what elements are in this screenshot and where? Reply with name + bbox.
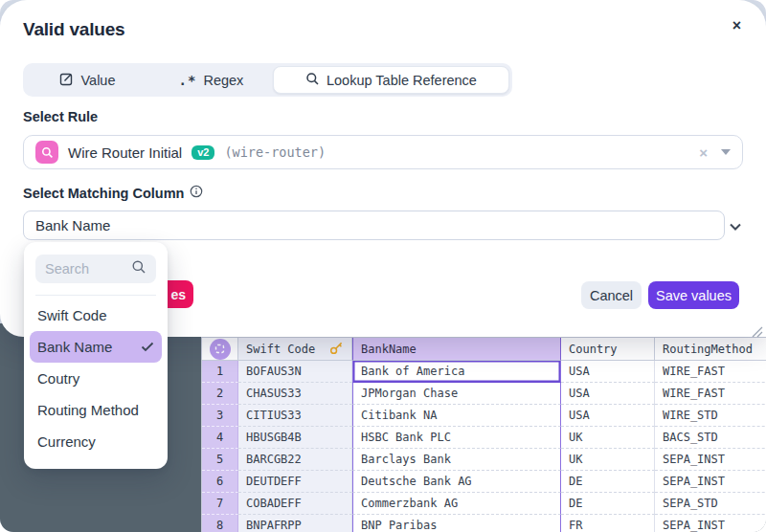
country-cell[interactable]: USA <box>561 405 655 427</box>
dropdown-option-label: Currency <box>37 433 96 450</box>
bank-name-cell[interactable]: Deutsche Bank AG <box>352 471 561 493</box>
row-number-cell[interactable]: 5 <box>202 449 238 471</box>
routing-method-cell[interactable]: WIRE_FAST <box>655 361 766 383</box>
tab-value-label: Value <box>80 73 115 88</box>
rule-name: Wire Router Initial <box>68 144 182 161</box>
rule-select[interactable]: Wire Router Initial v2 (wire-router) × <box>23 135 743 169</box>
swift-code-cell[interactable]: COBADEFF <box>238 493 352 515</box>
routing-method-cell[interactable]: SEPA_INST <box>655 471 766 493</box>
rule-caret-down-icon[interactable] <box>721 149 731 155</box>
tab-lookup-table-reference[interactable]: Lookup Table Reference <box>273 66 509 94</box>
select-rule-label: Select Rule <box>23 109 98 124</box>
tab-regex-label: Regex <box>203 73 243 88</box>
dropdown-option-label: Bank Name <box>37 339 112 355</box>
dropdown-options: Swift CodeBank NameCoutryRouting MethodC… <box>24 299 168 457</box>
swift-code-cell[interactable]: BARCGB22 <box>238 449 352 471</box>
tab-bar: Value .* Regex Lookup Table Reference <box>23 63 512 97</box>
dropdown-option[interactable]: Routing Method <box>30 394 162 426</box>
table-row: 7COBADEFFCommerzbank AGDESEPA_STD <box>202 493 766 515</box>
row-number-cell[interactable]: 7 <box>202 493 238 515</box>
close-icon[interactable]: × <box>729 13 745 38</box>
matching-column-value: Bank Name <box>35 217 110 233</box>
dropdown-option[interactable]: Currency <box>30 426 162 457</box>
table-corner-icon <box>210 339 231 360</box>
table-body: 1BOFAUS3NBank of AmericaUSAWIRE_FAST2CHA… <box>202 361 766 532</box>
dropdown-option-label: Coutry <box>37 370 79 387</box>
country-cell[interactable]: UK <box>561 427 655 449</box>
chevron-down-icon[interactable] <box>729 218 742 235</box>
clear-rule-icon[interactable]: × <box>699 144 708 161</box>
column-header[interactable]: BankName <box>352 338 561 361</box>
table-corner-cell[interactable] <box>202 338 238 361</box>
column-header-label: BankName <box>361 343 417 356</box>
country-cell[interactable]: USA <box>561 383 655 405</box>
country-cell[interactable]: FR <box>561 515 655 532</box>
country-cell[interactable]: UK <box>561 449 655 471</box>
column-header-label: Country <box>569 343 618 356</box>
save-values-button[interactable]: Save values <box>648 281 739 309</box>
dropdown-option-label: Swift Code <box>37 307 107 323</box>
info-icon <box>190 185 203 201</box>
swift-code-cell[interactable]: HBUSGB4B <box>238 427 352 449</box>
search-icon <box>131 259 146 278</box>
tab-value[interactable]: Value <box>26 66 149 94</box>
row-number-cell[interactable]: 2 <box>202 383 238 405</box>
swift-code-cell[interactable]: BNPAFRPP <box>238 515 352 532</box>
check-icon <box>141 339 154 355</box>
routing-method-cell[interactable]: SEPA_STD <box>655 493 766 515</box>
row-number-cell[interactable]: 1 <box>202 361 238 383</box>
bank-name-cell[interactable]: HSBC Bank PLC <box>352 427 561 449</box>
column-header[interactable]: RoutingMethod <box>655 338 766 361</box>
routing-method-cell[interactable]: BACS_STD <box>655 427 766 449</box>
matching-column-select[interactable]: Bank Name <box>23 211 725 240</box>
country-cell[interactable]: DE <box>561 471 655 493</box>
dropdown-search-input[interactable]: Search <box>35 255 156 283</box>
edit-icon <box>59 72 74 89</box>
table-header-row: Swift CodeBankNameCountryRoutingMethod <box>202 338 766 361</box>
bank-name-cell[interactable]: JPMorgan Chase <box>352 383 561 405</box>
resize-handle-icon <box>751 324 763 342</box>
swift-code-cell[interactable]: BOFAUS3N <box>238 361 352 383</box>
routing-method-cell[interactable]: SEPA_INST <box>655 515 766 532</box>
routing-method-cell[interactable]: SEPA_INST <box>655 449 766 471</box>
country-cell[interactable]: DE <box>561 493 655 515</box>
table-row: 2CHASUS33JPMorgan ChaseUSAWIRE_FAST <box>202 383 766 405</box>
version-badge: v2 <box>192 145 214 160</box>
row-number-cell[interactable]: 4 <box>202 427 238 449</box>
swift-code-cell[interactable]: CITIUS33 <box>238 405 352 427</box>
routing-method-cell[interactable]: WIRE_STD <box>655 405 766 427</box>
bank-name-cell[interactable]: BNP Paribas <box>352 515 561 532</box>
country-cell[interactable]: USA <box>561 361 655 383</box>
bank-name-cell[interactable]: Citibank NA <box>352 405 561 427</box>
dropdown-option[interactable]: Coutry <box>30 363 162 394</box>
swift-code-cell[interactable]: CHASUS33 <box>238 383 352 405</box>
key-icon <box>329 341 344 358</box>
screen: Swift CodeBankNameCountryRoutingMethod 1… <box>0 0 766 532</box>
dropdown-option[interactable]: Swift Code <box>30 299 162 331</box>
modal-title: Valid values <box>23 19 124 40</box>
column-header-label: RoutingMethod <box>663 343 753 356</box>
matching-column-dropdown: Search Swift CodeBank NameCoutryRouting … <box>24 242 168 469</box>
table-row: 1BOFAUS3NBank of AmericaUSAWIRE_FAST <box>202 361 766 383</box>
rule-search-icon <box>35 141 58 164</box>
swift-code-cell[interactable]: DEUTDEFF <box>238 471 352 493</box>
tab-regex[interactable]: .* Regex <box>149 66 273 94</box>
bank-name-cell[interactable]: Commerzbank AG <box>352 493 561 515</box>
column-header[interactable]: Country <box>561 338 655 361</box>
table-row: 8BNPAFRPPBNP ParibasFRSEPA_INST <box>202 515 766 532</box>
row-number-cell[interactable]: 6 <box>202 471 238 493</box>
lookup-table: Swift CodeBankNameCountryRoutingMethod 1… <box>201 337 766 532</box>
cancel-button[interactable]: Cancel <box>581 281 642 309</box>
dropdown-option[interactable]: Bank Name <box>30 331 162 363</box>
tab-lookup-label: Lookup Table Reference <box>327 73 477 88</box>
bank-name-cell[interactable]: Bank of America <box>352 361 561 383</box>
dropdown-option-label: Routing Method <box>37 402 139 418</box>
select-matching-column-label: Select Matching Column <box>23 185 203 201</box>
bank-name-cell[interactable]: Barclays Bank <box>352 449 561 471</box>
table-row: 4HBUSGB4BHSBC Bank PLCUKBACS_STD <box>202 427 766 449</box>
routing-method-cell[interactable]: WIRE_FAST <box>655 383 766 405</box>
row-number-cell[interactable]: 8 <box>202 515 238 532</box>
column-header[interactable]: Swift Code <box>238 338 352 361</box>
table-row: 6DEUTDEFFDeutsche Bank AGDESEPA_INST <box>202 471 766 493</box>
row-number-cell[interactable]: 3 <box>202 405 238 427</box>
